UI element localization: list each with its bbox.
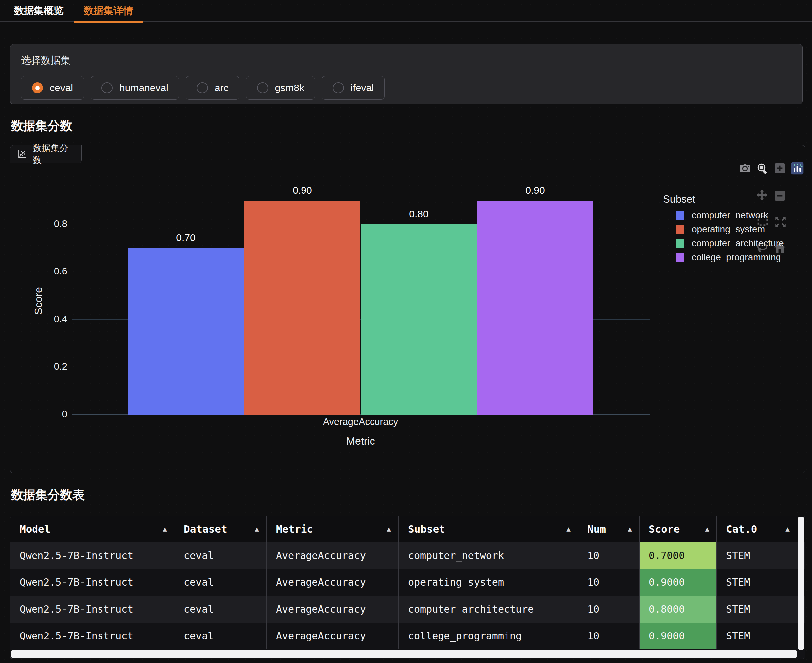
y-axis-title: Score [32, 298, 45, 315]
table-cell: computer_architecture [399, 596, 578, 623]
bar-computer_network [128, 248, 244, 415]
table-cell: ceval [175, 569, 267, 596]
column-header-score[interactable]: Score▲ [640, 516, 717, 542]
tab-dataset-overview[interactable]: 数据集概览 [4, 0, 74, 21]
column-header-label: Dataset [184, 523, 227, 535]
vertical-scrollbar[interactable] [798, 517, 804, 650]
plotly-logo-icon[interactable] [790, 161, 805, 176]
x-axis-tick-label: AverageAccuracy [294, 416, 427, 427]
table-cell: 10 [578, 623, 640, 649]
column-header-label: Cat.0 [726, 523, 757, 535]
radio-option-label: humaneval [119, 82, 168, 94]
legend-item-label: computer_network [692, 210, 768, 221]
chart-legend: Subset computer_networkoperating_systemc… [663, 193, 802, 264]
score-cell: 0.7000 [640, 542, 717, 569]
legend-item-operating_system[interactable]: operating_system [663, 222, 802, 236]
column-header-model[interactable]: Model▲ [10, 516, 175, 542]
table-cell: ceval [175, 542, 267, 569]
column-header-dataset[interactable]: Dataset▲ [175, 516, 267, 542]
radio-unselected-icon[interactable] [333, 82, 344, 94]
sort-ascending-icon[interactable]: ▲ [705, 525, 709, 533]
legend-items: computer_networkoperating_systemcomputer… [663, 209, 802, 264]
table-heading: 数据集分数表 [11, 487, 84, 503]
table-cell: STEM [717, 542, 797, 569]
column-header-metric[interactable]: Metric▲ [267, 516, 399, 542]
legend-item-college_programming[interactable]: college_programming [663, 250, 802, 264]
tab-dataset-details[interactable]: 数据集详情 [74, 0, 143, 21]
legend-swatch-icon [676, 211, 684, 220]
sort-ascending-icon[interactable]: ▲ [786, 525, 790, 533]
bar-value-label: 0.80 [409, 209, 428, 220]
table-cell: AverageAccuracy [267, 623, 399, 649]
radio-option-ifeval[interactable]: ifeval [322, 76, 385, 100]
bar-value-label: 0.90 [525, 184, 545, 196]
legend-item-label: college_programming [692, 252, 781, 262]
table-cell: Qwen2.5-7B-Instruct [10, 542, 175, 569]
table-cell: operating_system [399, 569, 578, 596]
plot-label-text: 数据集分数 [33, 142, 75, 166]
radio-unselected-icon[interactable] [102, 82, 113, 94]
scores-heading: 数据集分数 [11, 118, 72, 134]
sort-ascending-icon[interactable]: ▲ [566, 525, 571, 533]
download-camera-icon[interactable] [738, 161, 752, 176]
legend-swatch-icon [676, 253, 684, 262]
legend-swatch-icon [676, 225, 684, 234]
zoom-in-icon[interactable] [773, 161, 787, 176]
zoom-icon[interactable] [755, 161, 770, 176]
column-header-label: Subset [408, 523, 445, 535]
table-cell: ceval [175, 623, 267, 649]
radio-option-ceval[interactable]: ceval [21, 76, 84, 100]
column-header-num[interactable]: Num▲ [578, 516, 640, 542]
column-header-subset[interactable]: Subset▲ [399, 516, 578, 542]
bar-operating_system [245, 201, 360, 415]
bar-value-label: 0.70 [176, 232, 195, 243]
app-root: { "tabs": { "items": [ { "label": "数据集概览… [0, 0, 812, 663]
radio-option-label: ceval [50, 82, 73, 94]
table-cell: AverageAccuracy [267, 596, 399, 623]
column-header-label: Metric [276, 523, 313, 535]
table-cell: Qwen2.5-7B-Instruct [10, 596, 175, 623]
table-cell: STEM [717, 596, 797, 623]
table-row: Qwen2.5-7B-InstructcevalAverageAccuracyc… [10, 596, 805, 623]
radio-option-arc[interactable]: arc [186, 76, 240, 100]
table-cell: AverageAccuracy [267, 569, 399, 596]
legend-item-computer_architecture[interactable]: computer_architecture [663, 236, 802, 250]
radio-option-label: arc [215, 82, 229, 94]
sort-ascending-icon[interactable]: ▲ [627, 525, 632, 533]
table-cell: 10 [578, 596, 640, 623]
legend-swatch-icon [676, 239, 684, 247]
y-tick-label: 0.2 [31, 361, 67, 372]
y-tick-label: 0.8 [31, 218, 67, 230]
horizontal-scrollbar[interactable] [11, 650, 797, 658]
table-cell: college_programming [399, 623, 578, 649]
table-cell: STEM [717, 569, 797, 596]
radio-option-gsm8k[interactable]: gsm8k [246, 76, 315, 100]
scores-plot-container: 数据集分数 0.700.900.800.90 00.20.40.60.8 Sco… [10, 145, 806, 474]
plot-label-tab: 数据集分数 [10, 145, 82, 163]
legend-item-computer_network[interactable]: computer_network [663, 209, 802, 222]
score-cell: 0.9000 [640, 569, 717, 596]
legend-item-label: operating_system [692, 224, 765, 235]
top-tab-bar: 数据集概览 数据集详情 [0, 0, 812, 22]
table-cell: 10 [578, 542, 640, 569]
radio-unselected-icon[interactable] [197, 82, 208, 94]
x-axis-title: Metric [294, 435, 427, 447]
radio-unselected-icon[interactable] [257, 82, 268, 94]
y-tick-label: 0.6 [31, 266, 67, 277]
bar-college_programming [477, 201, 593, 415]
sort-ascending-icon[interactable]: ▲ [255, 525, 259, 533]
y-tick-label: 0.4 [31, 314, 67, 325]
score-cell: 0.8000 [640, 596, 717, 623]
radio-option-humaneval[interactable]: humaneval [91, 76, 179, 100]
bar-computer_architecture [361, 225, 477, 415]
table-cell: computer_network [399, 542, 578, 569]
table-header-row: Model▲Dataset▲Metric▲Subset▲Num▲Score▲Ca… [10, 516, 805, 542]
sort-ascending-icon[interactable]: ▲ [387, 525, 391, 533]
radio-selected-icon[interactable] [32, 82, 43, 94]
scatter-chart-icon [17, 149, 28, 160]
radio-option-label: ifeval [351, 82, 374, 94]
dataset-selector-label: 选择数据集 [21, 54, 792, 67]
sort-ascending-icon[interactable]: ▲ [162, 525, 167, 533]
column-header-cat-0[interactable]: Cat.0▲ [717, 516, 797, 542]
scores-dataframe: Model▲Dataset▲Metric▲Subset▲Num▲Score▲Ca… [10, 516, 806, 659]
